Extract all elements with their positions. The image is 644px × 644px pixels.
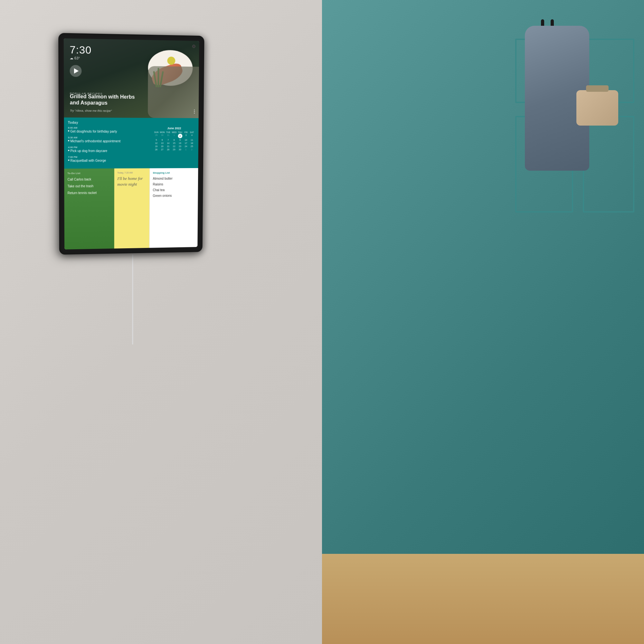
echo-show-device[interactable]: 7:30 ☁ 63° Popular Recipes Grilled Salmo… xyxy=(58,33,204,255)
cal-1-prev[interactable]: 1 xyxy=(171,134,177,138)
cal-29b[interactable]: 29 xyxy=(171,148,177,151)
cal-15[interactable]: 15 xyxy=(171,142,177,145)
cal-31[interactable]: 31 xyxy=(166,134,171,138)
event-item-3[interactable]: 4:00 PM Pick up dog from daycare xyxy=(68,146,151,153)
event-title-2: Michael's orthodontist appointment xyxy=(68,139,151,143)
event-title-3: Pick up dog from daycare xyxy=(68,149,151,153)
event-item-2[interactable]: 9:30 AM Michael's orthodontist appointme… xyxy=(68,136,151,143)
todo-item-1[interactable]: Call Carlos back xyxy=(68,177,111,182)
wall-right xyxy=(322,0,644,644)
cal-5[interactable]: 5 xyxy=(154,138,159,141)
hanging-bag xyxy=(576,90,618,126)
dot-3 xyxy=(194,113,195,114)
note-text: I'll be home for movie night xyxy=(117,175,146,187)
cal-7[interactable]: 7 xyxy=(166,138,171,141)
cal-header-fri: FRI xyxy=(183,131,189,133)
cal-28[interactable]: 28 xyxy=(165,148,171,151)
cal-19[interactable]: 19 xyxy=(154,145,159,148)
event-time-3: 4:00 PM xyxy=(68,146,151,149)
recipe-cta: Try "Alexa, show me this recipe" xyxy=(70,109,112,112)
cal-11[interactable]: 11 xyxy=(189,138,194,141)
cal-13[interactable]: 13 xyxy=(159,142,165,145)
cal-1-next[interactable]: 1 xyxy=(183,148,189,151)
device-screen: 7:30 ☁ 63° Popular Recipes Grilled Salmo… xyxy=(64,38,199,250)
cal-8[interactable]: 8 xyxy=(171,138,177,141)
cal-header-sun: SUN xyxy=(154,131,159,133)
todo-label: To-Do List xyxy=(67,172,111,175)
cal-27[interactable]: 27 xyxy=(159,148,165,151)
time-display: 7:30 ☁ 63° xyxy=(70,44,91,61)
cal-30[interactable]: 30 xyxy=(159,134,165,138)
more-options-button[interactable] xyxy=(194,109,195,114)
event-item-1[interactable]: 8:00 AM Get doughnuts for birthday party xyxy=(68,126,151,134)
cal-header-wed: WED xyxy=(171,131,177,133)
cal-26[interactable]: 26 xyxy=(153,148,159,151)
cal-24[interactable]: 24 xyxy=(183,145,189,148)
cal-header-mon: MON xyxy=(159,131,165,133)
event-dot-2 xyxy=(68,140,69,141)
shopping-widget[interactable]: Shopping List Almond butter Raisins Chai… xyxy=(149,168,198,248)
shopping-item-4[interactable]: Green onions xyxy=(153,194,195,197)
cal-20[interactable]: 20 xyxy=(159,145,165,148)
event-title-4: Racquetball with George xyxy=(68,158,151,163)
play-icon xyxy=(74,68,78,74)
weather-info: ☁ 63° xyxy=(70,56,91,61)
play-button[interactable] xyxy=(70,65,82,77)
cal-9[interactable]: 9 xyxy=(177,138,183,141)
cal-23[interactable]: 23 xyxy=(177,145,183,148)
todo-item-2[interactable]: Take out the trash xyxy=(68,184,111,188)
event-title-1: Get doughnuts for birthday party xyxy=(68,129,151,134)
cal-16[interactable]: 16 xyxy=(177,142,183,145)
cal-18[interactable]: 18 xyxy=(189,142,194,145)
cal-4[interactable]: 4 xyxy=(189,134,194,138)
event-dot-4 xyxy=(68,159,69,161)
today-label: Today xyxy=(68,121,195,125)
cal-3[interactable]: 3 xyxy=(183,134,189,138)
schedule-section: Today 8:00 AM Get doughnuts for birthday… xyxy=(64,118,199,169)
shopping-item-3[interactable]: Chai tea xyxy=(153,188,195,192)
event-time-2: 9:30 AM xyxy=(68,136,151,139)
calendar-grid: SUN MON TUE WED THU FRI SAT 29 30 31 1 2… xyxy=(153,131,194,151)
cal-10[interactable]: 10 xyxy=(183,138,189,141)
cal-header-tue: TUE xyxy=(166,131,171,133)
todo-widget[interactable]: To-Do List Call Carlos back Take out the… xyxy=(64,168,114,250)
dot-1 xyxy=(194,109,195,110)
event-dot-3 xyxy=(68,150,69,151)
power-cable xyxy=(132,254,133,345)
cal-header-thu: THU xyxy=(177,131,183,133)
cal-29[interactable]: 29 xyxy=(154,134,159,138)
door-panel-mid-right xyxy=(583,116,634,213)
note-timestamp: Today, 7:20 AM xyxy=(117,172,146,174)
events-list: 8:00 AM Get doughnuts for birthday party… xyxy=(68,126,151,165)
event-dot-1 xyxy=(68,130,69,131)
cal-14[interactable]: 14 xyxy=(166,142,171,145)
calendar-widget: June 2022 SUN MON TUE WED THU FRI SAT 29… xyxy=(153,127,194,165)
cal-21[interactable]: 21 xyxy=(165,145,171,148)
recipe-title: Grilled Salmon with Herbs and Asparagus xyxy=(70,93,135,106)
cal-25[interactable]: 25 xyxy=(189,145,194,148)
calendar-title: June 2022 xyxy=(154,127,195,130)
clock-time: 7:30 xyxy=(70,44,91,55)
cal-17[interactable]: 17 xyxy=(183,142,189,145)
cal-header-sat: SAT xyxy=(189,131,194,133)
shopping-item-1[interactable]: Almond butter xyxy=(153,177,195,181)
cal-12[interactable]: 12 xyxy=(154,142,159,145)
cal-2-next[interactable]: 2 xyxy=(189,148,194,151)
event-item-4[interactable]: 7:00 PM Racquetball with George xyxy=(68,156,151,163)
hero-section: 7:30 ☁ 63° Popular Recipes Grilled Salmo… xyxy=(64,38,199,118)
shopping-label: Shopping List xyxy=(153,171,195,175)
todo-item-3[interactable]: Return tennis racket xyxy=(68,191,111,195)
cal-6[interactable]: 6 xyxy=(159,138,165,141)
cal-30b[interactable]: 30 xyxy=(177,148,183,151)
cal-22[interactable]: 22 xyxy=(171,145,177,148)
floor xyxy=(322,554,644,644)
widgets-row: To-Do List Call Carlos back Take out the… xyxy=(64,168,198,250)
cal-today-2[interactable]: 2 xyxy=(178,134,182,138)
camera-indicator xyxy=(192,45,195,48)
dot-2 xyxy=(194,111,195,112)
napkin xyxy=(148,66,199,118)
shopping-item-2[interactable]: Raisins xyxy=(153,182,195,186)
note-widget[interactable]: Today, 7:20 AM I'll be home for movie ni… xyxy=(114,168,149,249)
